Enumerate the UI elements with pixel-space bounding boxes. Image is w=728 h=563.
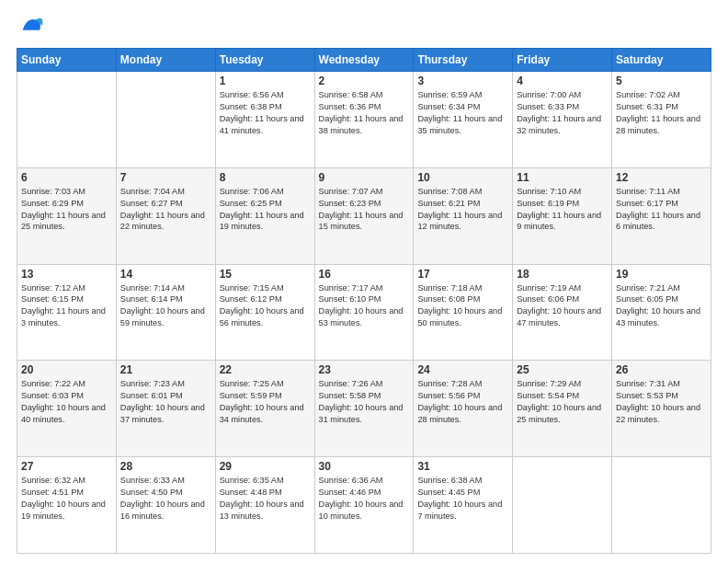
day-number: 8 (220, 171, 311, 184)
day-info: Sunrise: 7:18 AM Sunset: 6:08 PM Dayligh… (417, 282, 508, 330)
day-number: 15 (220, 268, 311, 281)
calendar-cell: 8Sunrise: 7:06 AM Sunset: 6:25 PM Daylig… (215, 167, 314, 264)
calendar-cell: 21Sunrise: 7:23 AM Sunset: 6:01 PM Dayli… (116, 361, 215, 457)
calendar-cell: 11Sunrise: 7:10 AM Sunset: 6:19 PM Dayli… (513, 167, 612, 264)
day-info: Sunrise: 7:17 AM Sunset: 6:10 PM Dayligh… (319, 282, 410, 330)
day-info: Sunrise: 7:00 AM Sunset: 6:33 PM Dayligh… (517, 89, 608, 137)
day-number: 17 (417, 268, 508, 281)
calendar-cell: 30Sunrise: 6:36 AM Sunset: 4:46 PM Dayli… (314, 457, 414, 554)
calendar-cell: 28Sunrise: 6:33 AM Sunset: 4:50 PM Dayli… (116, 457, 215, 554)
calendar-cell: 15Sunrise: 7:15 AM Sunset: 6:12 PM Dayli… (215, 264, 314, 361)
calendar-cell: 17Sunrise: 7:18 AM Sunset: 6:08 PM Dayli… (414, 264, 513, 361)
day-info: Sunrise: 7:11 AM Sunset: 6:17 PM Dayligh… (616, 186, 707, 234)
logo-icon (18, 13, 44, 39)
day-number: 16 (319, 268, 410, 281)
calendar-week-2: 6Sunrise: 7:03 AM Sunset: 6:29 PM Daylig… (17, 167, 711, 264)
day-number: 9 (319, 171, 410, 184)
day-number: 19 (616, 268, 707, 281)
calendar-cell: 24Sunrise: 7:28 AM Sunset: 5:56 PM Dayli… (414, 361, 513, 457)
day-info: Sunrise: 7:07 AM Sunset: 6:23 PM Dayligh… (319, 186, 410, 234)
calendar-cell: 22Sunrise: 7:25 AM Sunset: 5:59 PM Dayli… (215, 361, 314, 457)
calendar-header-row: SundayMondayTuesdayWednesdayThursdayFrid… (17, 49, 711, 72)
day-number: 25 (517, 363, 608, 376)
day-number: 6 (21, 171, 112, 184)
day-info: Sunrise: 7:04 AM Sunset: 6:27 PM Dayligh… (120, 186, 211, 234)
day-number: 5 (616, 75, 707, 87)
day-number: 10 (417, 171, 508, 184)
day-header-saturday: Saturday (612, 49, 711, 72)
calendar-cell: 10Sunrise: 7:08 AM Sunset: 6:21 PM Dayli… (414, 167, 513, 264)
calendar-cell: 23Sunrise: 7:26 AM Sunset: 5:58 PM Dayli… (314, 361, 414, 457)
day-header-sunday: Sunday (17, 49, 117, 72)
day-number: 14 (120, 268, 211, 281)
calendar-cell: 20Sunrise: 7:22 AM Sunset: 6:03 PM Dayli… (17, 361, 117, 457)
calendar-cell: 2Sunrise: 6:58 AM Sunset: 6:36 PM Daylig… (314, 72, 414, 168)
day-info: Sunrise: 7:06 AM Sunset: 6:25 PM Dayligh… (220, 186, 311, 234)
day-number: 29 (220, 460, 311, 473)
day-number: 26 (616, 363, 707, 376)
day-info: Sunrise: 7:25 AM Sunset: 5:59 PM Dayligh… (220, 378, 311, 426)
calendar-week-5: 27Sunrise: 6:32 AM Sunset: 4:51 PM Dayli… (17, 457, 711, 554)
day-info: Sunrise: 6:56 AM Sunset: 6:38 PM Dayligh… (220, 89, 311, 137)
calendar-cell: 16Sunrise: 7:17 AM Sunset: 6:10 PM Dayli… (314, 264, 414, 361)
day-number: 7 (120, 171, 211, 184)
day-info: Sunrise: 7:08 AM Sunset: 6:21 PM Dayligh… (417, 186, 508, 234)
day-info: Sunrise: 7:15 AM Sunset: 6:12 PM Dayligh… (220, 282, 311, 330)
day-info: Sunrise: 6:38 AM Sunset: 4:45 PM Dayligh… (417, 475, 508, 523)
logo (17, 17, 44, 39)
calendar-cell: 26Sunrise: 7:31 AM Sunset: 5:53 PM Dayli… (612, 361, 711, 457)
day-number: 22 (220, 363, 311, 376)
day-number: 20 (21, 363, 112, 376)
day-number: 13 (21, 268, 112, 281)
calendar-week-4: 20Sunrise: 7:22 AM Sunset: 6:03 PM Dayli… (17, 361, 711, 457)
day-info: Sunrise: 7:10 AM Sunset: 6:19 PM Dayligh… (517, 186, 608, 234)
day-info: Sunrise: 7:31 AM Sunset: 5:53 PM Dayligh… (616, 378, 707, 426)
day-number: 2 (319, 75, 410, 87)
calendar-cell: 5Sunrise: 7:02 AM Sunset: 6:31 PM Daylig… (612, 72, 711, 168)
day-number: 1 (220, 75, 311, 87)
day-info: Sunrise: 6:35 AM Sunset: 4:48 PM Dayligh… (220, 475, 311, 523)
day-info: Sunrise: 7:23 AM Sunset: 6:01 PM Dayligh… (120, 378, 211, 426)
page: SundayMondayTuesdayWednesdayThursdayFrid… (0, 0, 728, 563)
day-number: 23 (319, 363, 410, 376)
calendar-cell (612, 457, 711, 554)
calendar-cell: 19Sunrise: 7:21 AM Sunset: 6:05 PM Dayli… (612, 264, 711, 361)
calendar-cell: 25Sunrise: 7:29 AM Sunset: 5:54 PM Dayli… (513, 361, 612, 457)
day-info: Sunrise: 7:14 AM Sunset: 6:14 PM Dayligh… (120, 282, 211, 330)
calendar-cell: 27Sunrise: 6:32 AM Sunset: 4:51 PM Dayli… (17, 457, 117, 554)
day-info: Sunrise: 6:59 AM Sunset: 6:34 PM Dayligh… (417, 89, 508, 137)
day-number: 30 (319, 460, 410, 473)
calendar-cell: 3Sunrise: 6:59 AM Sunset: 6:34 PM Daylig… (414, 72, 513, 168)
calendar-cell: 12Sunrise: 7:11 AM Sunset: 6:17 PM Dayli… (612, 167, 711, 264)
calendar-cell: 9Sunrise: 7:07 AM Sunset: 6:23 PM Daylig… (314, 167, 414, 264)
day-info: Sunrise: 7:03 AM Sunset: 6:29 PM Dayligh… (21, 186, 112, 234)
day-info: Sunrise: 6:36 AM Sunset: 4:46 PM Dayligh… (319, 475, 410, 523)
calendar-cell (513, 457, 612, 554)
calendar-week-1: 1Sunrise: 6:56 AM Sunset: 6:38 PM Daylig… (17, 72, 711, 168)
calendar-cell: 18Sunrise: 7:19 AM Sunset: 6:06 PM Dayli… (513, 264, 612, 361)
day-header-friday: Friday (513, 49, 612, 72)
day-info: Sunrise: 6:33 AM Sunset: 4:50 PM Dayligh… (120, 475, 211, 523)
calendar-cell: 13Sunrise: 7:12 AM Sunset: 6:15 PM Dayli… (17, 264, 117, 361)
day-number: 3 (417, 75, 508, 87)
day-header-monday: Monday (116, 49, 215, 72)
day-number: 27 (21, 460, 112, 473)
day-number: 4 (517, 75, 608, 87)
day-number: 24 (417, 363, 508, 376)
calendar-cell: 31Sunrise: 6:38 AM Sunset: 4:45 PM Dayli… (414, 457, 513, 554)
day-info: Sunrise: 7:21 AM Sunset: 6:05 PM Dayligh… (616, 282, 707, 330)
day-header-wednesday: Wednesday (314, 49, 414, 72)
calendar-cell: 6Sunrise: 7:03 AM Sunset: 6:29 PM Daylig… (17, 167, 117, 264)
day-number: 21 (120, 363, 211, 376)
calendar-cell (116, 72, 215, 168)
day-info: Sunrise: 7:28 AM Sunset: 5:56 PM Dayligh… (417, 378, 508, 426)
calendar-cell (17, 72, 117, 168)
day-header-thursday: Thursday (414, 49, 513, 72)
day-info: Sunrise: 7:29 AM Sunset: 5:54 PM Dayligh… (517, 378, 608, 426)
calendar-cell: 7Sunrise: 7:04 AM Sunset: 6:27 PM Daylig… (116, 167, 215, 264)
day-info: Sunrise: 7:12 AM Sunset: 6:15 PM Dayligh… (21, 282, 112, 330)
calendar-cell: 29Sunrise: 6:35 AM Sunset: 4:48 PM Dayli… (215, 457, 314, 554)
day-info: Sunrise: 7:19 AM Sunset: 6:06 PM Dayligh… (517, 282, 608, 330)
day-info: Sunrise: 7:02 AM Sunset: 6:31 PM Dayligh… (616, 89, 707, 137)
day-number: 18 (517, 268, 608, 281)
